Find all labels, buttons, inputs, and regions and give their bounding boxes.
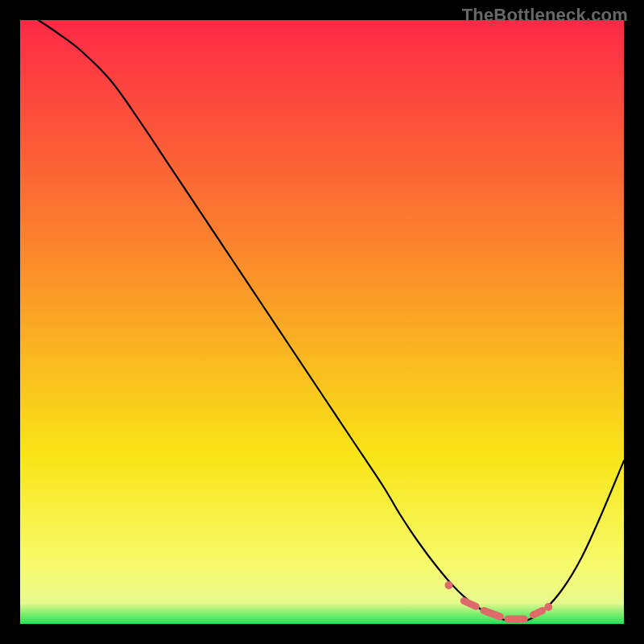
dash-segment [464, 601, 476, 607]
plot-area [20, 20, 624, 624]
chart-frame: TheBottleneck.com [0, 0, 644, 644]
gradient-background [20, 20, 624, 624]
highlight-dot [445, 581, 453, 589]
watermark-text: TheBottleneck.com [462, 5, 628, 26]
chart-svg [20, 20, 624, 624]
dash-segment [534, 611, 543, 615]
highlight-dot [544, 603, 552, 611]
